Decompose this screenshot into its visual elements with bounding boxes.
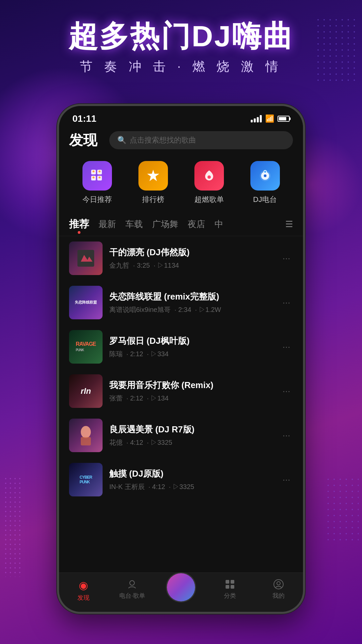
phone-screen: 01:11 📶 发现 🔍 点击搜索想找的歌曲 xyxy=(59,106,303,612)
nav-label-mine: 我的 xyxy=(273,592,285,600)
song-more-6[interactable]: ··· xyxy=(280,472,293,488)
filter-tab-latest[interactable]: 最新 xyxy=(99,216,116,232)
category-label-dj: DJ电台 xyxy=(253,195,277,205)
song-item-5[interactable]: 良辰遇美景 (DJ R7版) 花億 · 4:12 · ▷3325 ··· xyxy=(59,413,303,458)
filter-tabs: 推荐 最新 车载 广场舞 夜店 中 ☰ xyxy=(59,213,303,236)
svg-point-23 xyxy=(274,580,283,589)
category-icon-dj xyxy=(250,161,280,191)
category-grid: 今日推荐 排行榜 超燃歌单 xyxy=(59,153,303,213)
song-thumb-1 xyxy=(69,241,103,275)
header-title: 超多热门DJ嗨曲 xyxy=(0,20,362,53)
song-info-3: 罗马假日 (DJ枫叶版) 陈瑞 · 2:12 · ▷334 xyxy=(109,335,273,359)
song-thumb-4: rIn xyxy=(69,374,103,408)
song-thumb-5 xyxy=(69,419,103,452)
svg-point-6 xyxy=(93,176,95,178)
svg-point-4 xyxy=(93,170,95,172)
filter-tab-night[interactable]: 夜店 xyxy=(188,216,205,232)
filter-tab-car[interactable]: 车载 xyxy=(125,216,143,232)
signal-icon xyxy=(251,115,262,122)
song-item-6[interactable]: CYBERPUNK 触摸 (DJ原版) IN-K 王析辰 · 4:12 · ▷3… xyxy=(59,458,303,502)
svg-rect-20 xyxy=(231,580,234,584)
song-meta-3: 陈瑞 · 2:12 · ▷334 xyxy=(109,350,273,359)
page-title: 发现 xyxy=(69,131,103,150)
category-icon-recommend xyxy=(82,161,112,191)
filter-tab-more[interactable]: 中 xyxy=(215,216,223,232)
svg-point-14 xyxy=(264,171,266,173)
song-thumb-3: RAVAGEPUNK xyxy=(69,330,103,364)
filter-menu-icon[interactable]: ☰ xyxy=(285,219,293,229)
song-meta-4: 张蕾 · 2:12 · ▷134 xyxy=(109,394,273,403)
song-item-4[interactable]: rIn 我要用音乐打败你 (Remix) 张蕾 · 2:12 · ▷134 ··… xyxy=(59,369,303,413)
bg-decoration-dots-left xyxy=(3,476,23,577)
phone-mockup: 01:11 📶 发现 🔍 点击搜索想找的歌曲 xyxy=(57,104,305,614)
song-info-4: 我要用音乐打败你 (Remix) 张蕾 · 2:12 · ▷134 xyxy=(109,379,273,403)
song-info-1: 干的漂亮 (DJ伟然版) 金九哲 · 3:25 · ▷1134 xyxy=(109,247,273,270)
song-more-1[interactable]: ··· xyxy=(280,250,293,266)
song-item-3[interactable]: RAVAGEPUNK 罗马假日 (DJ枫叶版) 陈瑞 · 2:12 · ▷334… xyxy=(59,325,303,369)
nav-item-classify[interactable]: 分类 xyxy=(205,576,254,605)
category-item-chart[interactable]: 排行榜 xyxy=(138,161,168,205)
song-item-1[interactable]: 干的漂亮 (DJ伟然版) 金九哲 · 3:25 · ▷1134 ··· xyxy=(59,236,303,280)
category-item-playlist[interactable]: 超燃歌单 xyxy=(194,161,224,205)
category-label-playlist: 超燃歌单 xyxy=(194,195,224,205)
header-subtitle: 节 奏 冲 击 · 燃 烧 激 情 xyxy=(0,58,362,75)
song-info-5: 良辰遇美景 (DJ R7版) 花億 · 4:12 · ▷3325 xyxy=(109,424,273,447)
nav-item-dj-songs[interactable]: 电台·歌单 xyxy=(108,576,157,605)
nav-icon-mine xyxy=(273,579,284,590)
category-label-recommend: 今日推荐 xyxy=(82,195,112,205)
status-time: 01:11 xyxy=(72,113,97,124)
svg-marker-8 xyxy=(147,170,159,181)
wifi-icon: 📶 xyxy=(265,114,274,123)
svg-point-18 xyxy=(130,581,134,585)
nav-item-discover[interactable]: ◉ 发现 xyxy=(59,576,108,605)
svg-rect-22 xyxy=(231,585,234,589)
category-icon-chart xyxy=(138,161,168,191)
song-list: 干的漂亮 (DJ伟然版) 金九哲 · 3:25 · ▷1134 ··· 失恋阵线… xyxy=(59,236,303,573)
category-item-dj[interactable]: DJ电台 xyxy=(250,161,280,205)
svg-point-12 xyxy=(264,174,266,177)
status-icons: 📶 xyxy=(251,114,290,123)
nav-center-thumb xyxy=(166,572,196,602)
song-title-4: 我要用音乐打败你 (Remix) xyxy=(109,379,273,391)
song-item-2[interactable]: 失恋阵线联盟 失恋阵线联盟 (remix完整版) 离谱说唱6ix9ine旭哥 ·… xyxy=(59,280,303,325)
battery-icon xyxy=(278,116,290,122)
song-meta-2: 离谱说唱6ix9ine旭哥 · 2:34 · ▷1.2W xyxy=(109,305,273,314)
nav-icon-discover: ◉ xyxy=(79,579,88,592)
svg-point-24 xyxy=(277,582,280,585)
svg-point-5 xyxy=(99,170,101,172)
filter-tab-recommend[interactable]: 推荐 xyxy=(69,215,89,233)
svg-point-16 xyxy=(81,426,91,438)
song-meta-5: 花億 · 4:12 · ▷3325 xyxy=(109,438,273,447)
svg-rect-21 xyxy=(226,585,229,589)
nav-label-discover: 发现 xyxy=(77,594,89,602)
song-info-2: 失恋阵线联盟 (remix完整版) 离谱说唱6ix9ine旭哥 · 2:34 ·… xyxy=(109,291,273,314)
song-thumb-2: 失恋阵线联盟 xyxy=(69,286,103,319)
song-title-1: 干的漂亮 (DJ伟然版) xyxy=(109,247,273,258)
top-nav: 发现 🔍 点击搜索想找的歌曲 xyxy=(59,127,303,153)
status-bar: 01:11 📶 xyxy=(59,106,303,127)
nav-label-classify: 分类 xyxy=(224,592,236,600)
song-more-4[interactable]: ··· xyxy=(280,383,293,399)
song-more-5[interactable]: ··· xyxy=(280,427,293,443)
search-placeholder-text: 点击搜索想找的歌曲 xyxy=(130,135,196,145)
svg-rect-17 xyxy=(81,437,91,445)
svg-point-7 xyxy=(99,176,101,178)
nav-item-center[interactable] xyxy=(157,576,205,605)
song-info-6: 触摸 (DJ原版) IN-K 王析辰 · 4:12 · ▷3325 xyxy=(109,468,273,491)
song-title-5: 良辰遇美景 (DJ R7版) xyxy=(109,424,273,435)
category-item-recommend[interactable]: 今日推荐 xyxy=(82,161,112,205)
nav-icon-classify xyxy=(225,579,235,590)
nav-item-mine[interactable]: 我的 xyxy=(254,576,303,605)
svg-point-9 xyxy=(207,175,211,179)
song-more-3[interactable]: ··· xyxy=(280,339,293,355)
song-title-2: 失恋阵线联盟 (remix完整版) xyxy=(109,291,273,303)
bg-decoration-dots-bottom-right xyxy=(325,476,359,543)
search-bar[interactable]: 🔍 点击搜索想找的歌曲 xyxy=(109,131,293,149)
song-more-2[interactable]: ··· xyxy=(280,294,293,311)
filter-tab-square[interactable]: 广场舞 xyxy=(152,216,178,232)
svg-rect-19 xyxy=(226,580,229,584)
bottom-nav: ◉ 发现 电台·歌单 分类 xyxy=(59,573,303,612)
search-icon: 🔍 xyxy=(117,136,126,145)
nav-label-dj-songs: 电台·歌单 xyxy=(119,592,145,600)
nav-icon-dj-songs xyxy=(127,579,137,590)
